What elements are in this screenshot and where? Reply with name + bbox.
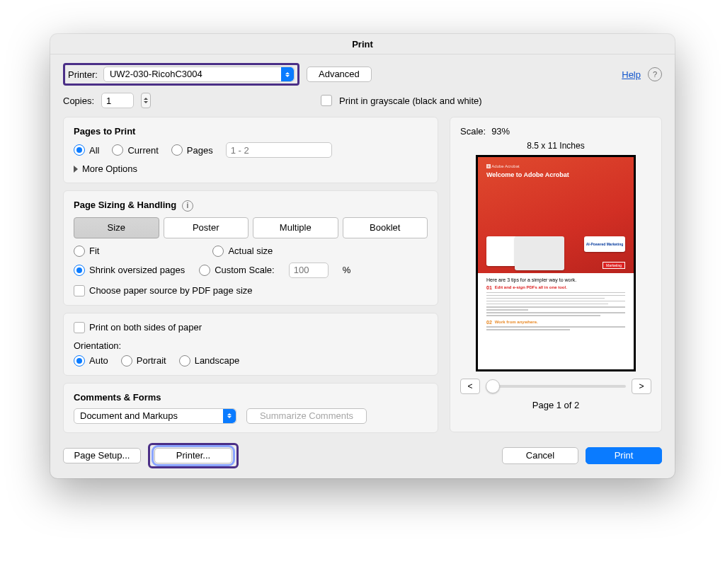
help-link[interactable]: Help — [622, 69, 641, 80]
orient-portrait-radio[interactable]: Portrait — [121, 355, 166, 367]
triangle-right-icon — [74, 166, 78, 173]
chevron-updown-icon — [223, 409, 236, 423]
preview-body: Here are 3 tips for a simpler way to wor… — [478, 273, 634, 369]
page-sizing-heading: Page Sizing & Handling i — [74, 200, 428, 212]
sizing-segmented: Size Poster Multiple Booklet — [74, 217, 428, 238]
paper-size-label: 8.5 x 11 Inches — [460, 141, 651, 151]
paper-source-checkbox[interactable] — [74, 285, 85, 296]
more-options-disclosure[interactable]: More Options — [74, 163, 428, 174]
help-icon[interactable]: ? — [648, 67, 662, 81]
comments-panel: Comments & Forms Document and Markups Su… — [63, 383, 438, 433]
advanced-button[interactable]: Advanced — [307, 67, 372, 82]
page-sizing-panel: Page Sizing & Handling i Size Poster Mul… — [63, 190, 438, 306]
page-setup-button[interactable]: Page Setup... — [63, 448, 141, 463]
pages-range-radio[interactable]: Pages — [171, 144, 213, 156]
custom-scale-radio[interactable]: Custom Scale: — [199, 265, 275, 276]
custom-scale-input[interactable] — [289, 263, 329, 278]
preview-ai-badge: AI-Powered Marketing — [584, 236, 625, 252]
page-slider[interactable] — [486, 385, 626, 388]
printer-button[interactable]: Printer... — [154, 448, 232, 463]
cancel-button[interactable]: Cancel — [502, 447, 578, 464]
pages-to-print-heading: Pages to Print — [74, 126, 428, 137]
seg-multiple[interactable]: Multiple — [253, 217, 338, 238]
shrink-radio[interactable]: Shrink oversized pages — [74, 265, 185, 276]
preview-doc-title: Welcome to Adobe Acrobat — [486, 171, 625, 178]
info-icon[interactable]: i — [182, 200, 193, 212]
comments-heading: Comments & Forms — [74, 392, 428, 403]
duplex-panel: Print on both sides of paper Orientation… — [63, 313, 438, 376]
pages-to-print-panel: Pages to Print All Current — [63, 117, 438, 183]
percent-label: % — [343, 265, 351, 275]
preview-tag: Marketing — [603, 262, 625, 269]
copies-input[interactable] — [101, 93, 134, 108]
paper-source-label: Choose paper source by PDF page size — [89, 285, 253, 296]
scale-value: 93% — [491, 126, 510, 137]
grayscale-checkbox[interactable] — [321, 95, 332, 106]
printer-button-highlight: Printer... — [148, 443, 239, 468]
pages-range-input[interactable] — [226, 142, 332, 158]
preview-panel: Scale: 93% 8.5 x 11 Inches 🅰 Adobe Acrob… — [450, 117, 662, 432]
prev-page-button[interactable]: < — [460, 379, 480, 394]
fit-radio[interactable]: Fit — [74, 246, 99, 257]
print-button[interactable]: Print — [586, 447, 662, 464]
actual-radio[interactable]: Actual size — [212, 246, 273, 257]
seg-booklet[interactable]: Booklet — [343, 217, 428, 238]
scale-label: Scale: — [460, 126, 486, 137]
dialog-title: Print — [50, 34, 675, 54]
pages-current-radio[interactable]: Current — [112, 144, 158, 156]
orient-landscape-radio[interactable]: Landscape — [179, 355, 240, 367]
print-dialog: Print Printer: UW2-030-RicohC3004 Advanc… — [50, 34, 675, 478]
comments-select[interactable]: Document and Markups — [74, 408, 236, 424]
orient-auto-radio[interactable]: Auto — [74, 355, 108, 367]
summarize-comments-button[interactable]: Summarize Comments — [246, 408, 367, 424]
dialog-content: Printer: UW2-030-RicohC3004 Advanced Hel… — [50, 54, 675, 478]
next-page-button[interactable]: > — [632, 379, 651, 394]
grayscale-label: Print in grayscale (black and white) — [339, 96, 482, 106]
slider-thumb[interactable] — [486, 379, 500, 393]
pages-all-radio[interactable]: All — [74, 144, 99, 156]
page-indicator: Page 1 of 2 — [460, 400, 651, 410]
preview-page: 🅰 Adobe Acrobat Welcome to Adobe Acrobat… — [476, 155, 636, 371]
printer-select[interactable]: UW2-030-RicohC3004 — [103, 67, 295, 82]
printer-label: Printer: — [68, 69, 98, 80]
preview-hero: 🅰 Adobe Acrobat Welcome to Adobe Acrobat… — [478, 157, 634, 273]
chevron-updown-icon — [281, 67, 294, 81]
orientation-label: Orientation: — [74, 340, 428, 351]
copies-label: Copies: — [63, 96, 94, 106]
both-sides-checkbox[interactable] — [74, 322, 85, 333]
both-sides-label: Print on both sides of paper — [89, 322, 202, 333]
printer-highlight-box: Printer: UW2-030-RicohC3004 — [63, 63, 299, 86]
printer-select-value: UW2-030-RicohC3004 — [110, 67, 202, 81]
copies-stepper[interactable] — [141, 93, 151, 108]
seg-poster[interactable]: Poster — [164, 217, 249, 238]
seg-size[interactable]: Size — [74, 217, 159, 238]
